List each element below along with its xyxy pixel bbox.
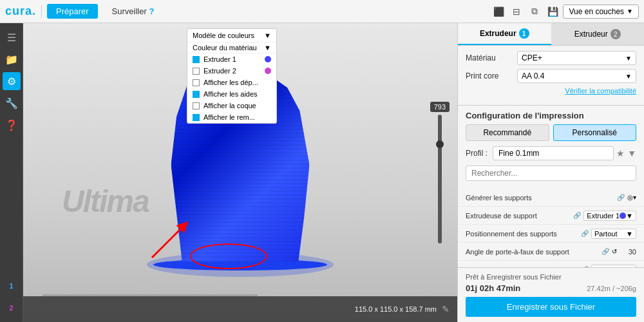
print-core-chevron-icon: ▼ bbox=[625, 73, 632, 80]
profile-label: Profil : bbox=[466, 149, 488, 158]
3d-viewport[interactable]: Modèle de couleurs ▼ Couleur du matériau… bbox=[23, 23, 457, 322]
sidebar-help-icon[interactable]: ❓ bbox=[3, 116, 21, 134]
slider-thumb[interactable] bbox=[436, 140, 444, 148]
config-section: Configuration de l'impression Recommandé… bbox=[458, 105, 644, 189]
show-helpers-item[interactable]: Afficher les aides bbox=[187, 88, 276, 100]
extruder1-tab-badge: 1 bbox=[519, 28, 529, 39]
setting-name: Générer les supports bbox=[466, 194, 614, 202]
print-core-row: Print core AA 0.4 ▼ bbox=[466, 69, 636, 83]
reset-icon[interactable]: ↺ bbox=[612, 248, 617, 255]
layers-icon[interactable]: ⊟ bbox=[509, 4, 524, 19]
extruder2-dot bbox=[265, 68, 271, 74]
color-model-header[interactable]: Modèle de couleurs ▼ bbox=[187, 29, 276, 43]
lock-icon: 🔗 bbox=[601, 248, 609, 255]
compat-link[interactable]: Vérifier la compatibilité bbox=[466, 87, 636, 95]
copy-icon[interactable]: ⧉ bbox=[527, 4, 542, 19]
cube-icon[interactable]: ⬛ bbox=[491, 4, 506, 19]
right-bottom-panel: Prêt à Enregistrer sous Fichier 01j 02h … bbox=[458, 267, 644, 322]
show-shell-item[interactable]: Afficher la coque bbox=[187, 100, 276, 111]
print-core-label: Print core bbox=[466, 71, 517, 80]
sidebar-settings-icon[interactable]: ⚙ bbox=[3, 72, 21, 90]
list-item: Motif du support 🔗 Zig Zag ▼ bbox=[458, 261, 644, 267]
nav-preparer[interactable]: Préparer bbox=[47, 4, 98, 19]
material-label: Matériau bbox=[466, 53, 517, 62]
lock-icon: 🔗 bbox=[573, 212, 581, 219]
support-position-select[interactable]: Partout ▼ bbox=[591, 229, 636, 239]
extruder1-tab[interactable]: Extrudeur 1 bbox=[458, 23, 551, 45]
extruder2-tab[interactable]: Extrudeur 2 bbox=[551, 23, 645, 45]
show-deposits-checkbox[interactable] bbox=[193, 79, 200, 86]
show-deposits-item[interactable]: Afficher les dép... bbox=[187, 77, 276, 88]
profile-menu-icon[interactable]: ▼ bbox=[627, 148, 636, 158]
nav-surveiller[interactable]: Surveiller ? bbox=[103, 4, 164, 19]
viewport-bottom-bar: 115.0 x 115.0 x 158.7 mm ✎ bbox=[23, 296, 457, 322]
print-stats: 27.42m / ~206g bbox=[587, 285, 636, 292]
extruder-support-select[interactable]: Extruder 1 ▼ bbox=[583, 211, 636, 221]
custom-btn[interactable]: Personnalisé bbox=[553, 124, 637, 141]
chevron-icon: ▼ bbox=[264, 32, 271, 39]
edit-icon[interactable]: ✎ bbox=[442, 304, 450, 314]
color-model-dropdown: Modèle de couleurs ▼ Couleur du matériau… bbox=[187, 28, 277, 124]
dimensions-display: 115.0 x 115.0 x 158.7 mm ✎ bbox=[355, 304, 450, 314]
slider-container: 793 bbox=[430, 102, 450, 243]
extruder1-dot bbox=[265, 56, 271, 62]
profile-row: Profil : Fine 0.1mm ★ ▼ bbox=[466, 146, 636, 160]
material-chevron-icon: ▼ bbox=[625, 55, 632, 62]
slider-value: 793 bbox=[430, 102, 450, 112]
lock-icon: 🔗 bbox=[617, 194, 625, 201]
recommended-btn[interactable]: Recommandé bbox=[466, 124, 549, 141]
viewport-logo: Ultima bbox=[62, 184, 149, 219]
time-stats-row: 01j 02h 47min 27.42m / ~206g bbox=[466, 283, 636, 293]
extruder2-tab-badge: 2 bbox=[611, 29, 621, 39]
setting-name: Extrudeuse de support bbox=[466, 212, 571, 220]
topbar: cura. Préparer Surveiller ? ⬛ ⊟ ⧉ 💾 Vue … bbox=[0, 0, 644, 23]
material-select[interactable]: CPE+ ▼ bbox=[517, 51, 636, 65]
extruder2-item[interactable]: Extruder 2 bbox=[187, 65, 276, 77]
config-buttons: Recommandé Personnalisé bbox=[466, 124, 636, 141]
sidebar-tools-icon[interactable]: 🔧 bbox=[3, 94, 21, 112]
profile-star-icon[interactable]: ★ bbox=[616, 148, 625, 158]
print-time: 01j 02h 47min bbox=[466, 283, 520, 293]
toggle-icon[interactable]: ◎ bbox=[627, 194, 633, 201]
extruder2-checkbox[interactable] bbox=[193, 68, 200, 75]
save-button[interactable]: Enregistrer sous Fichier bbox=[466, 297, 636, 317]
setting-name: Positionnement des supports bbox=[466, 230, 578, 238]
material-section: Matériau CPE+ ▼ Print core AA 0.4 ▼ Véri… bbox=[458, 46, 644, 105]
chevron-icon: ▼ bbox=[626, 212, 633, 220]
settings-search[interactable] bbox=[466, 166, 636, 181]
extruder1-checkbox[interactable] bbox=[193, 56, 200, 63]
right-panel: Extrudeur 1 Extrudeur 2 Matériau CPE+ ▼ … bbox=[457, 23, 644, 322]
status-text: Prêt à Enregistrer sous Fichier bbox=[466, 273, 636, 281]
show-shell-checkbox[interactable] bbox=[193, 102, 200, 109]
lock-icon: 🔗 bbox=[581, 230, 589, 237]
sidebar-folder-icon[interactable]: 📁 bbox=[3, 50, 21, 68]
slider-track[interactable] bbox=[438, 115, 442, 243]
setting-value[interactable]: 30 bbox=[617, 248, 636, 256]
chevron-down-icon: ▼ bbox=[627, 8, 633, 15]
nav-separator bbox=[41, 5, 42, 18]
dot-icon bbox=[620, 213, 626, 219]
list-item: Angle de porte-à-faux de support 🔗 ↺ 30 bbox=[458, 243, 644, 261]
chevron-icon[interactable]: ▾ bbox=[633, 194, 636, 201]
sidebar-extruder2-icon[interactable]: 2 bbox=[3, 299, 21, 317]
profile-value[interactable]: Fine 0.1mm bbox=[493, 146, 614, 160]
sidebar-menu-icon[interactable]: ☰ bbox=[3, 28, 21, 46]
show-helpers-checkbox[interactable] bbox=[193, 91, 200, 98]
sidebar-extruder1-icon[interactable]: 1 bbox=[3, 277, 21, 295]
setting-name: Angle de porte-à-faux de support bbox=[466, 248, 599, 256]
show-fill-item[interactable]: Afficher le rem... bbox=[187, 111, 276, 123]
view-dropdown[interactable]: Vue en couches ▼ bbox=[563, 5, 639, 19]
extruder-tabs: Extrudeur 1 Extrudeur 2 bbox=[458, 23, 644, 46]
extruder1-item[interactable]: Extruder 1 bbox=[187, 53, 276, 65]
save-icon[interactable]: 💾 bbox=[545, 4, 560, 19]
list-item: Positionnement des supports 🔗 Partout ▼ bbox=[458, 225, 644, 243]
show-fill-checkbox[interactable] bbox=[193, 114, 200, 121]
print-core-select[interactable]: AA 0.4 ▼ bbox=[517, 69, 636, 83]
chevron-icon: ▼ bbox=[626, 230, 633, 238]
list-item: Extrudeuse de support 🔗 Extruder 1 ▼ bbox=[458, 207, 644, 225]
chevron-icon2: ▼ bbox=[264, 44, 271, 52]
settings-list: Générer les supports 🔗 ◎ ▾ Extrudeuse de… bbox=[458, 189, 644, 267]
config-title: Configuration de l'impression bbox=[466, 106, 636, 124]
material-row: Matériau CPE+ ▼ bbox=[466, 51, 636, 65]
color-model-sub[interactable]: Couleur du matériau ▼ bbox=[187, 43, 276, 53]
